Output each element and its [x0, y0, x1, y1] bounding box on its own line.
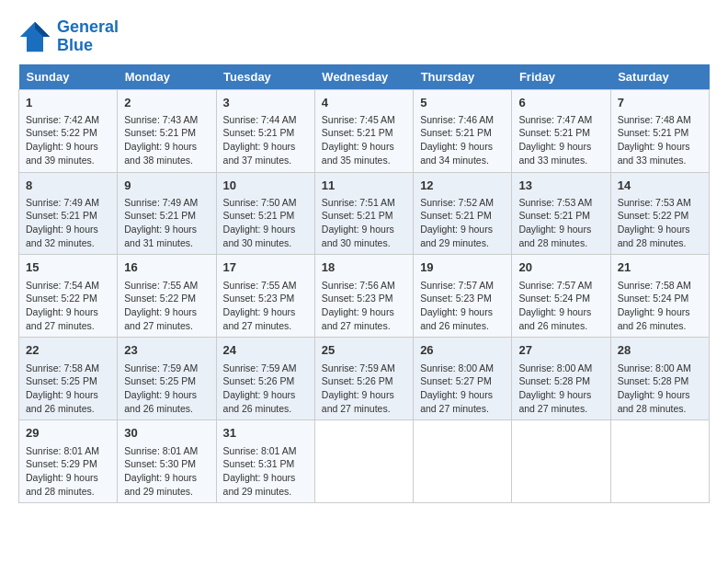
- sunrise-text: Sunrise: 7:59 AM: [124, 362, 209, 375]
- sunset-text: Sunset: 5:21 PM: [322, 209, 406, 223]
- sunrise-text: Sunrise: 7:58 AM: [618, 279, 702, 293]
- calendar-cell: 16 Sunrise: 7:55 AM Sunset: 5:22 PM Dayl…: [118, 255, 216, 338]
- calendar-cell: 30 Sunrise: 8:01 AM Sunset: 5:30 PM Dayl…: [118, 420, 216, 503]
- calendar-cell: 10 Sunrise: 7:50 AM Sunset: 5:21 PM Dayl…: [216, 172, 314, 255]
- daylight-text: Daylight: 9 hours and 29 minutes.: [223, 471, 308, 498]
- column-header-friday: Friday: [512, 64, 610, 90]
- calendar-cell: 23 Sunrise: 7:59 AM Sunset: 5:25 PM Dayl…: [118, 338, 216, 420]
- day-number: 8: [26, 178, 110, 194]
- calendar-cell: 25 Sunrise: 7:59 AM Sunset: 5:26 PM Dayl…: [314, 338, 413, 420]
- sunset-text: Sunset: 5:21 PM: [223, 126, 308, 140]
- daylight-text: Daylight: 9 hours and 27 minutes.: [322, 305, 406, 332]
- day-number: 26: [420, 342, 505, 359]
- sunrise-text: Sunrise: 7:58 AM: [26, 362, 110, 375]
- calendar-cell: 7 Sunrise: 7:48 AM Sunset: 5:21 PM Dayli…: [610, 89, 709, 172]
- day-number: 13: [518, 178, 603, 194]
- day-number: 19: [420, 259, 505, 276]
- logo-icon: [18, 20, 51, 53]
- day-number: 2: [124, 95, 209, 111]
- sunrise-text: Sunrise: 7:42 AM: [26, 113, 110, 127]
- sunset-text: Sunset: 5:30 PM: [124, 457, 209, 471]
- sunrise-text: Sunrise: 7:57 AM: [420, 279, 505, 293]
- sunrise-text: Sunrise: 8:01 AM: [223, 444, 308, 458]
- calendar-cell: 8 Sunrise: 7:49 AM Sunset: 5:21 PM Dayli…: [19, 172, 118, 255]
- sunset-text: Sunset: 5:22 PM: [618, 209, 702, 223]
- sunrise-text: Sunrise: 7:53 AM: [518, 196, 603, 210]
- calendar-cell: 24 Sunrise: 7:59 AM Sunset: 5:26 PM Dayl…: [216, 338, 314, 420]
- daylight-text: Daylight: 9 hours and 33 minutes.: [518, 140, 603, 167]
- daylight-text: Daylight: 9 hours and 28 minutes.: [518, 223, 603, 249]
- sunset-text: Sunset: 5:21 PM: [518, 126, 603, 140]
- day-number: 4: [322, 95, 406, 111]
- day-number: 23: [124, 342, 209, 359]
- calendar-cell: 21 Sunrise: 7:58 AM Sunset: 5:24 PM Dayl…: [610, 255, 709, 338]
- calendar-cell: 14 Sunrise: 7:53 AM Sunset: 5:22 PM Dayl…: [610, 172, 709, 255]
- day-number: 28: [618, 342, 702, 359]
- daylight-text: Daylight: 9 hours and 29 minutes.: [420, 223, 505, 249]
- day-number: 3: [223, 95, 308, 111]
- daylight-text: Daylight: 9 hours and 26 minutes.: [420, 305, 505, 332]
- day-number: 1: [26, 95, 110, 111]
- sunrise-text: Sunrise: 7:52 AM: [420, 196, 505, 210]
- day-number: 18: [322, 259, 406, 276]
- calendar-cell: [512, 420, 610, 503]
- daylight-text: Daylight: 9 hours and 39 minutes.: [26, 140, 110, 167]
- column-header-wednesday: Wednesday: [314, 64, 413, 90]
- day-number: 16: [124, 259, 209, 276]
- sunrise-text: Sunrise: 7:55 AM: [124, 279, 209, 293]
- sunrise-text: Sunrise: 8:00 AM: [420, 362, 505, 375]
- daylight-text: Daylight: 9 hours and 27 minutes.: [420, 388, 505, 415]
- week-row-2: 8 Sunrise: 7:49 AM Sunset: 5:21 PM Dayli…: [19, 172, 710, 255]
- day-number: 9: [124, 178, 209, 194]
- day-number: 24: [223, 342, 308, 359]
- sunrise-text: Sunrise: 7:44 AM: [223, 113, 308, 127]
- calendar-cell: [314, 420, 413, 503]
- day-number: 11: [322, 178, 406, 194]
- sunset-text: Sunset: 5:21 PM: [618, 126, 702, 140]
- day-number: 14: [618, 178, 702, 194]
- day-number: 31: [223, 425, 308, 442]
- sunrise-text: Sunrise: 7:54 AM: [26, 279, 110, 293]
- calendar-cell: 6 Sunrise: 7:47 AM Sunset: 5:21 PM Dayli…: [512, 89, 610, 172]
- sunrise-text: Sunrise: 8:01 AM: [26, 444, 110, 458]
- daylight-text: Daylight: 9 hours and 27 minutes.: [26, 305, 110, 332]
- sunrise-text: Sunrise: 7:55 AM: [223, 279, 308, 293]
- week-row-3: 15 Sunrise: 7:54 AM Sunset: 5:22 PM Dayl…: [19, 255, 710, 338]
- daylight-text: Daylight: 9 hours and 33 minutes.: [618, 140, 702, 167]
- column-header-thursday: Thursday: [414, 64, 512, 90]
- calendar-cell: 20 Sunrise: 7:57 AM Sunset: 5:24 PM Dayl…: [512, 255, 610, 338]
- sunset-text: Sunset: 5:23 PM: [420, 292, 505, 305]
- sunset-text: Sunset: 5:28 PM: [618, 374, 702, 388]
- daylight-text: Daylight: 9 hours and 30 minutes.: [322, 223, 406, 249]
- day-number: 6: [518, 95, 603, 111]
- day-number: 25: [322, 342, 406, 359]
- daylight-text: Daylight: 9 hours and 37 minutes.: [223, 140, 308, 167]
- daylight-text: Daylight: 9 hours and 38 minutes.: [124, 140, 209, 167]
- calendar-cell: [610, 420, 709, 503]
- daylight-text: Daylight: 9 hours and 28 minutes.: [26, 471, 110, 498]
- sunrise-text: Sunrise: 8:00 AM: [618, 362, 702, 375]
- sunset-text: Sunset: 5:27 PM: [420, 374, 505, 388]
- daylight-text: Daylight: 9 hours and 34 minutes.: [420, 140, 505, 167]
- sunrise-text: Sunrise: 7:48 AM: [618, 113, 702, 127]
- daylight-text: Daylight: 9 hours and 32 minutes.: [26, 223, 110, 249]
- calendar-cell: 11 Sunrise: 7:51 AM Sunset: 5:21 PM Dayl…: [314, 172, 413, 255]
- sunset-text: Sunset: 5:22 PM: [26, 126, 110, 140]
- sunrise-text: Sunrise: 7:47 AM: [518, 113, 603, 127]
- column-header-saturday: Saturday: [610, 64, 709, 90]
- logo-text: General Blue: [57, 18, 119, 55]
- sunset-text: Sunset: 5:26 PM: [223, 374, 308, 388]
- sunrise-text: Sunrise: 8:01 AM: [124, 444, 209, 458]
- calendar-cell: 19 Sunrise: 7:57 AM Sunset: 5:23 PM Dayl…: [414, 255, 512, 338]
- daylight-text: Daylight: 9 hours and 27 minutes.: [322, 388, 406, 415]
- day-number: 7: [618, 95, 702, 111]
- calendar-cell: 1 Sunrise: 7:42 AM Sunset: 5:22 PM Dayli…: [19, 89, 118, 172]
- daylight-text: Daylight: 9 hours and 27 minutes.: [124, 305, 209, 332]
- sunset-text: Sunset: 5:21 PM: [322, 126, 406, 140]
- day-number: 22: [26, 342, 110, 359]
- day-number: 15: [26, 259, 110, 276]
- sunrise-text: Sunrise: 7:53 AM: [618, 196, 702, 210]
- sunrise-text: Sunrise: 7:49 AM: [124, 196, 209, 210]
- sunset-text: Sunset: 5:24 PM: [618, 292, 702, 305]
- daylight-text: Daylight: 9 hours and 29 minutes.: [124, 471, 209, 498]
